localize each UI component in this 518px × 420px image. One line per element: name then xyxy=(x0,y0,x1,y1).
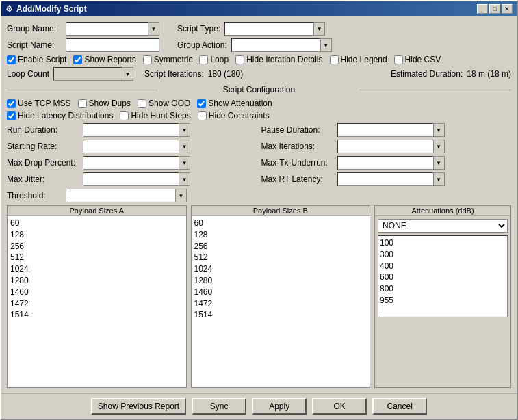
max-jitter-dropdown-btn[interactable]: ▼ xyxy=(179,172,190,186)
listbox-area: Payload Sizes A 601282565121024128014601… xyxy=(7,205,511,388)
list-item[interactable]: 1460 xyxy=(9,287,185,298)
threshold-input[interactable]: 3% (30,000) xyxy=(66,189,175,202)
list-item[interactable]: 400 xyxy=(380,261,506,272)
hide-iteration-label: Hide Iteration Details xyxy=(246,55,322,64)
max-drop-input[interactable]: 5% (5%) xyxy=(83,156,179,170)
loop-count-dropdown-btn[interactable]: ▼ xyxy=(122,67,133,81)
list-item[interactable]: 1460 xyxy=(193,287,369,298)
starting-rate-dropdown-btn[interactable]: ▼ xyxy=(179,140,190,153)
list-item[interactable]: 1514 xyxy=(9,309,185,321)
list-item[interactable]: 1472 xyxy=(9,298,185,310)
list-item[interactable]: 512 xyxy=(193,252,369,263)
titlebar-icon: ⚙ xyxy=(5,4,13,14)
script-config-header: Script Configuration xyxy=(7,85,511,94)
show-ooo-item: Show OOO xyxy=(138,99,190,108)
group-name-input[interactable]: sta-mac xyxy=(66,22,148,36)
hide-iteration-item: Hide Iteration Details xyxy=(235,55,322,64)
threshold-dropdown-btn[interactable]: ▼ xyxy=(175,189,187,202)
list-item[interactable]: 1024 xyxy=(193,263,369,275)
attenuation-group: Attenuations (ddB) NONE 1003004006008009… xyxy=(374,205,511,388)
show-reports-checkbox[interactable] xyxy=(73,55,82,64)
group-action-dropdown-btn[interactable]: ▼ xyxy=(320,38,332,52)
loop-count-label: Loop Count xyxy=(7,69,49,79)
list-item[interactable]: 1280 xyxy=(9,275,185,287)
list-item[interactable]: 256 xyxy=(193,241,369,252)
symmetric-label: Symmetric xyxy=(154,55,193,64)
max-iterations-dropdown-btn[interactable]: ▼ xyxy=(433,140,445,153)
list-item[interactable]: 256 xyxy=(9,241,185,252)
list-item[interactable]: 600 xyxy=(380,272,506,283)
run-duration-dropdown-btn[interactable]: ▼ xyxy=(179,123,190,137)
list-item[interactable]: 955 xyxy=(380,295,506,306)
window-title: Add/Modify Script xyxy=(16,4,87,14)
list-item[interactable]: 60 xyxy=(9,218,185,229)
list-item[interactable]: 512 xyxy=(9,252,185,263)
ok-button[interactable]: OK xyxy=(312,398,367,415)
max-drop-dropdown-btn[interactable]: ▼ xyxy=(179,156,190,170)
use-tcp-item: Use TCP MSS xyxy=(7,99,71,108)
apply-button[interactable]: Apply xyxy=(252,398,307,415)
row-duration: Run Duration: 5 s (5 s) ▼ Pause Duration… xyxy=(7,123,511,137)
list-item[interactable]: 300 xyxy=(380,249,506,261)
script-name-input[interactable]: start-10Mbps xyxy=(66,38,159,52)
list-item[interactable]: 1280 xyxy=(193,275,369,287)
group-action-input[interactable]: All xyxy=(231,38,320,52)
hide-latency-item: Hide Latency Distributions xyxy=(7,111,113,120)
list-item[interactable]: 1024 xyxy=(9,263,185,275)
footer: Show Previous Report Sync Apply OK Cance… xyxy=(1,393,517,419)
payload-b-listbox[interactable]: 6012825651210241280146014721514 xyxy=(192,216,370,387)
group-name-dropdown-btn[interactable]: ▼ xyxy=(148,22,159,36)
symmetric-item: Symmetric xyxy=(143,55,193,64)
script-type-dropdown-btn[interactable]: ▼ xyxy=(313,22,325,36)
loop-checkbox[interactable] xyxy=(199,55,208,64)
checkbox-row-2: Use TCP MSS Show Dups Show OOO Show Atte… xyxy=(7,99,511,108)
pause-duration-dropdown-btn[interactable]: ▼ xyxy=(433,123,445,137)
minimize-button[interactable]: _ xyxy=(477,4,488,14)
use-tcp-checkbox[interactable] xyxy=(7,99,16,108)
hide-legend-checkbox[interactable] xyxy=(330,55,339,64)
loop-count-input[interactable]: Forever xyxy=(53,67,122,81)
list-item[interactable]: 1514 xyxy=(193,309,369,321)
max-tx-dropdown-btn[interactable]: ▼ xyxy=(433,156,445,170)
max-tx-input[interactable]: 10% (10%) xyxy=(337,156,433,170)
max-rt-input[interactable]: 500ms (500 ms) xyxy=(337,172,433,186)
show-prev-report-button[interactable]: Show Previous Report xyxy=(91,398,186,415)
maximize-button[interactable]: □ xyxy=(489,4,500,14)
starting-rate-input[interactable]: 10M (10 Mbps) xyxy=(83,140,179,153)
enable-script-item: Enable Script xyxy=(7,55,66,64)
hide-iteration-checkbox[interactable] xyxy=(235,55,244,64)
payload-a-listbox[interactable]: 6012825651210241280146014721514 xyxy=(8,216,186,387)
row-group-scripttype: Group Name: sta-mac ▼ Script Type: Scrip… xyxy=(7,22,511,36)
hide-latency-checkbox[interactable] xyxy=(7,111,16,120)
hide-hunt-checkbox[interactable] xyxy=(120,111,129,120)
max-drop-field: 5% (5%) ▼ xyxy=(83,156,190,170)
pause-duration-input[interactable]: 1 s (1 s) xyxy=(337,123,433,137)
hide-constraints-checkbox[interactable] xyxy=(198,111,207,120)
sync-button[interactable]: Sync xyxy=(192,398,246,415)
list-item[interactable]: 100 xyxy=(380,237,506,249)
enable-script-checkbox[interactable] xyxy=(7,55,16,64)
list-item[interactable]: 60 xyxy=(193,218,369,229)
show-attenuation-checkbox[interactable] xyxy=(197,99,206,108)
max-jitter-input[interactable]: high (100 ms) xyxy=(83,172,179,186)
script-type-input[interactable]: ScriptHunt xyxy=(224,22,313,36)
close-button[interactable]: ✕ xyxy=(502,4,513,14)
run-duration-input[interactable]: 5 s (5 s) xyxy=(83,123,179,137)
list-item[interactable]: 1472 xyxy=(193,298,369,310)
cancel-button[interactable]: Cancel xyxy=(372,398,427,415)
script-iterations-label: Script Iterations: xyxy=(144,69,204,79)
attenuation-select[interactable]: NONE xyxy=(378,219,508,233)
loop-count-field: Forever ▼ xyxy=(53,67,133,81)
show-dups-checkbox[interactable] xyxy=(78,99,87,108)
hide-hunt-label: Hide Hunt Steps xyxy=(131,111,190,120)
list-item[interactable]: 800 xyxy=(380,283,506,295)
show-ooo-checkbox[interactable] xyxy=(138,99,146,108)
list-item[interactable]: 128 xyxy=(9,229,185,241)
row-drop-tx: Max Drop Percent: 5% (5%) ▼ Max-Tx-Under… xyxy=(7,156,511,170)
list-item[interactable]: 128 xyxy=(193,229,369,241)
attenuation-listbox[interactable]: 100300400600800955 xyxy=(378,235,508,317)
max-iterations-input[interactable]: 20 xyxy=(337,140,433,153)
max-rt-dropdown-btn[interactable]: ▼ xyxy=(433,172,445,186)
symmetric-checkbox[interactable] xyxy=(143,55,152,64)
hide-csv-checkbox[interactable] xyxy=(394,55,403,64)
